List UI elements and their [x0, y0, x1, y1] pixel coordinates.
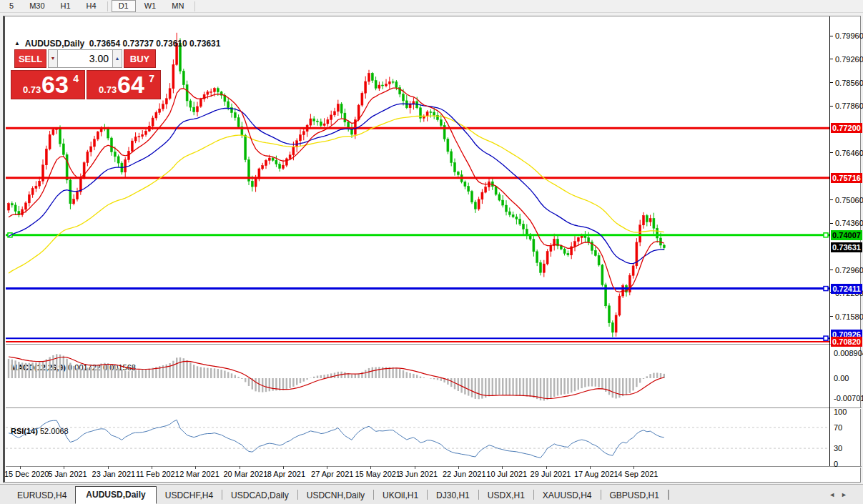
date-axis-tick	[370, 466, 371, 469]
date-axis-label: 22 Jun 2021	[443, 470, 486, 478]
price-level-label: 0.77200	[831, 123, 862, 133]
rsi-axis-label: 0	[834, 460, 838, 468]
price-axis-tick-label: 0.71580	[835, 312, 863, 321]
ohlc-close: 0.73631	[189, 39, 220, 49]
macd-axis-label: 0.008904	[834, 349, 863, 357]
price-axis-tick	[830, 223, 833, 224]
symbol-tab-usdcad[interactable]: USDCAD,Daily	[222, 488, 297, 503]
date-axis-tick	[108, 466, 109, 469]
date-axis-label: 15 Dec 2020	[4, 470, 49, 478]
toolbar-separator	[194, 1, 195, 11]
volume-input[interactable]	[57, 49, 113, 68]
price-level-label: 0.74007	[831, 230, 862, 240]
date-axis-label: 5 Jan 2021	[48, 470, 87, 478]
date-axis-tick	[458, 466, 459, 469]
macd-axis-label: 0.00	[834, 374, 849, 382]
ohlc-low: 0.73610	[156, 39, 187, 49]
tab-separator	[669, 490, 669, 500]
price-level-label: 0.73631	[831, 242, 862, 252]
timeframe-button-w1[interactable]: W1	[137, 0, 164, 12]
price-axis-tick	[830, 59, 833, 59]
symbol-tab-usdchf[interactable]: USDCHF,H4	[157, 488, 222, 503]
symbol-tab-bar: EURUSD,H4AUDUSD,DailyUSDCHF,H4USDCAD,Dai…	[0, 484, 863, 504]
date-axis-label: 17 Aug 2021	[574, 470, 618, 478]
price-axis-tick	[830, 82, 833, 83]
date-axis-label: 2 Mar 2021	[179, 470, 220, 478]
date-axis-label: 8 Apr 2021	[267, 470, 305, 478]
date-axis-label: 10 Jul 2021	[486, 470, 527, 478]
date-axis-label: 3 Jun 2021	[399, 470, 438, 478]
tab-scroll-right-icon[interactable]: ►	[841, 491, 853, 498]
date-axis-tick	[20, 466, 21, 469]
volume-decrease-button[interactable]: ▼	[48, 49, 57, 68]
buy-price-pip: 7	[149, 73, 154, 84]
buy-button[interactable]: BUY	[124, 49, 156, 68]
ohlc-open: 0.73654	[89, 39, 120, 49]
price-axis-tick-label: 0.79260	[835, 55, 863, 64]
price-axis-tick-label: 0.72960	[835, 266, 863, 275]
chart-symbol-period: AUDUSD,Daily	[25, 39, 84, 49]
symbol-tab-usdcnh[interactable]: USDCNH,Daily	[298, 488, 373, 503]
symbol-tab-gbpusd[interactable]: GBPUSD,H1	[601, 488, 668, 503]
date-axis-label: 4 Sep 2021	[618, 470, 658, 478]
volume-increase-button[interactable]: ▲	[113, 49, 122, 68]
rsi-axis-label: 30	[834, 444, 842, 453]
chart-icon: ▲	[14, 40, 20, 46]
timeframe-button-h4[interactable]: H4	[79, 0, 104, 12]
date-axis-label: 15 May 2021	[355, 470, 400, 478]
price-axis-tick	[830, 199, 833, 200]
date-axis-tick	[283, 466, 284, 469]
timeframe-button-m30[interactable]: M30	[22, 0, 51, 12]
sell-button[interactable]: SELL	[14, 49, 46, 68]
sell-price-box[interactable]: 0.73 63 4	[11, 70, 85, 99]
symbol-tab-dj30[interactable]: DJ30,H1	[428, 488, 478, 503]
trading-app-window: 5M30H1H4D1W1MN ▲ AUDUSD,Daily 0.73654 0.…	[0, 0, 863, 504]
macd-indicator-pane[interactable]	[6, 345, 829, 406]
date-axis-label: 23 Jan 2021	[92, 470, 136, 478]
price-axis-tick	[830, 152, 833, 153]
buy-price-prefix: 0.73	[99, 84, 117, 95]
date-axis-tick	[502, 466, 503, 469]
sell-price-pip: 4	[73, 73, 79, 84]
price-level-label: 0.75716	[831, 173, 862, 183]
price-axis-tick	[830, 316, 833, 317]
date-axis-tick	[633, 466, 634, 469]
date-axis-label: 27 Apr 2021	[311, 470, 353, 478]
sell-price-big: 63	[41, 71, 69, 99]
price-axis-tick-label: 0.76460	[835, 149, 863, 157]
rsi-indicator-pane[interactable]	[6, 408, 829, 465]
chart-title: ▲ AUDUSD,Daily 0.73654 0.73737 0.73610 0…	[14, 39, 220, 49]
sell-price-prefix: 0.73	[23, 84, 41, 95]
timeframe-button-5[interactable]: 5	[2, 0, 21, 12]
price-axis-tick-label: 0.78560	[835, 79, 863, 87]
symbol-tab-ukoil[interactable]: UKOil,H1	[374, 488, 427, 503]
ohlc-high: 0.73737	[123, 39, 154, 49]
price-axis-tick	[830, 270, 833, 270]
date-axis-label: 29 Jul 2021	[531, 470, 571, 478]
price-axis-tick-label: 0.79960	[835, 31, 863, 40]
pane-divider[interactable]	[6, 466, 862, 468]
macd-axis-label: -0.007017	[834, 394, 863, 402]
timeframe-button-h1[interactable]: H1	[54, 0, 78, 12]
symbol-tab-eurusd[interactable]: EURUSD,H4	[9, 488, 75, 503]
price-axis-tick-label: 0.75060	[835, 196, 863, 204]
date-axis-tick	[240, 466, 240, 469]
timeframe-button-d1[interactable]: D1	[112, 0, 136, 12]
date-axis-tick	[546, 466, 547, 469]
timeframe-button-mn[interactable]: MN	[164, 0, 191, 12]
buy-price-box[interactable]: 0.73 64 7	[87, 70, 161, 99]
one-click-trade-panel: SELL ▼ ▲ BUY 0.73 63 4 0.73 64 7	[11, 49, 162, 99]
timeframe-toolbar: 5M30H1H4D1W1MN	[0, 0, 863, 13]
price-axis-tick-label: 0.77860	[835, 102, 863, 110]
price-axis-tick	[830, 106, 833, 107]
price-axis-tick-label: 0.74360	[835, 219, 863, 227]
symbol-tab-usdx[interactable]: USDX,H1	[479, 488, 533, 503]
symbol-tab-audusd[interactable]: AUDUSD,Daily	[75, 486, 156, 504]
tab-scroll-left-icon[interactable]: ◄	[829, 491, 841, 498]
price-level-label: 0.72411	[831, 284, 862, 294]
date-axis-tick	[590, 466, 591, 469]
toolbar-separator	[107, 1, 108, 11]
rsi-axis-label: 100	[834, 407, 847, 416]
symbol-tab-xauusd[interactable]: XAUUSD,H4	[534, 488, 601, 503]
date-axis-tick	[415, 466, 415, 469]
